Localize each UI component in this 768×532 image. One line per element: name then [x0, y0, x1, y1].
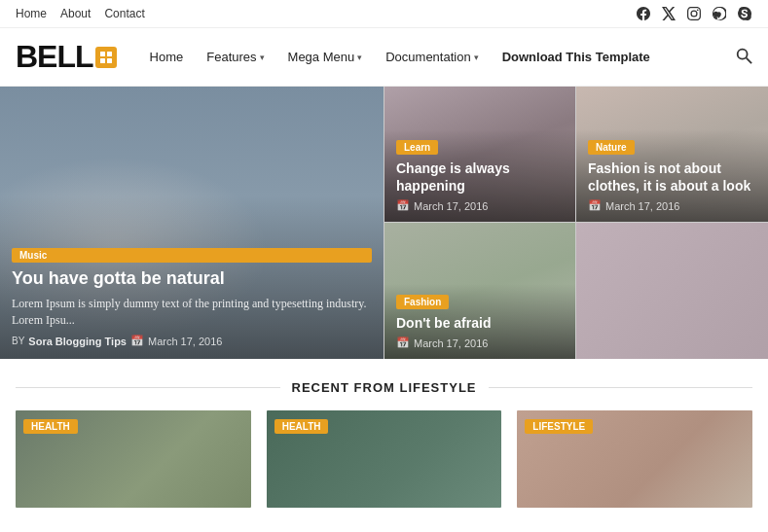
hero-top-right-meta: 📅 March 17, 2016 [396, 199, 564, 212]
topbar-about[interactable]: About [60, 7, 91, 20]
hero-main-overlay: Music You have gotta be natural Lorem Ip… [0, 87, 384, 359]
hero-mid-right-title: Fashion is not about clothes, it is abou… [588, 160, 756, 195]
hero-bottom-mid-overlay: Fashion Don't be afraid 📅 March 17, 2016 [384, 284, 575, 359]
topbar-home[interactable]: Home [16, 7, 47, 20]
calendar-icon: 📅 [130, 335, 144, 347]
hero-grid: Music You have gotta be natural Lorem Ip… [0, 87, 768, 359]
svg-rect-1 [107, 52, 112, 56]
hero-bottom-mid-title: Don't be afraid [396, 314, 564, 332]
hero-main-title: You have gotta be natural [12, 267, 372, 290]
nav-mega-menu[interactable]: Mega Menu ▾ [278, 44, 373, 70]
hero-top-right-title: Change is always happening [396, 160, 564, 195]
hero-top-right-category[interactable]: Learn [396, 140, 438, 155]
hero-main-card[interactable]: Music You have gotta be natural Lorem Ip… [0, 87, 384, 359]
svg-line-5 [747, 57, 751, 62]
recent-card-2[interactable]: HEALTH [267, 410, 502, 508]
hero-mid-right-meta: 📅 March 17, 2016 [588, 199, 756, 212]
calendar-icon-4: 📅 [396, 337, 410, 349]
recent-card-3[interactable]: LIFESTYLE [517, 410, 752, 508]
top-bar-links: Home About Contact [16, 7, 145, 20]
svg-point-4 [738, 49, 748, 58]
logo-icon [95, 47, 117, 68]
pinterest-icon[interactable] [712, 6, 727, 21]
svg-rect-2 [100, 58, 105, 63]
hero-top-right-overlay: Learn Change is always happening 📅 March… [384, 129, 575, 222]
documentation-chevron-icon: ▾ [474, 53, 479, 62]
section-title: RECENT FROM LIFESTYLE [16, 380, 752, 395]
calendar-icon-2: 📅 [396, 199, 410, 212]
hero-bottom-mid-meta: 📅 March 17, 2016 [396, 337, 564, 349]
recent-grid: HEALTH HEALTH LIFESTYLE [16, 410, 752, 508]
features-chevron-icon: ▾ [260, 53, 265, 62]
calendar-icon-3: 📅 [588, 199, 602, 212]
search-icon[interactable] [735, 47, 752, 68]
recent-card-1-category[interactable]: HEALTH [23, 419, 78, 434]
svg-rect-3 [107, 58, 112, 63]
logo-text: BELL [16, 39, 93, 75]
recent-card-1[interactable]: HEALTH [16, 410, 251, 508]
main-nav: BELL Home Features ▾ Mega Menu ▾ Documen… [0, 28, 768, 87]
hero-bottom-right-card[interactable] [576, 223, 768, 359]
nav-links: Home Features ▾ Mega Menu ▾ Documentatio… [140, 44, 752, 70]
hero-main-excerpt: Lorem Ipsum is simply dummy text of the … [12, 296, 372, 329]
hero-mid-right-overlay: Nature Fashion is not about clothes, it … [576, 129, 768, 222]
x-twitter-icon[interactable] [661, 6, 677, 21]
facebook-icon[interactable] [636, 6, 651, 21]
mega-menu-chevron-icon: ▾ [357, 53, 362, 62]
nav-features[interactable]: Features ▾ [197, 44, 274, 70]
hero-mid-right-card[interactable]: Nature Fashion is not about clothes, it … [576, 87, 768, 223]
top-bar: Home About Contact [0, 0, 768, 28]
hero-bottom-mid-card[interactable]: Fashion Don't be afraid 📅 March 17, 2016 [384, 223, 576, 359]
topbar-contact[interactable]: Contact [104, 7, 144, 20]
nav-home[interactable]: Home [140, 44, 194, 70]
hero-mid-right-category[interactable]: Nature [588, 140, 635, 155]
logo[interactable]: BELL [16, 39, 117, 75]
nav-documentation[interactable]: Documentation ▾ [376, 44, 488, 70]
hero-main-meta: BY Sora Blogging Tips 📅 March 17, 2016 [12, 335, 372, 347]
recent-section: RECENT FROM LIFESTYLE HEALTH HEALTH LIFE… [0, 359, 768, 523]
instagram-icon[interactable] [686, 6, 702, 21]
hero-main-category[interactable]: Music [12, 248, 372, 263]
skype-icon[interactable] [737, 6, 752, 21]
hero-bottom-mid-category[interactable]: Fashion [396, 295, 449, 309]
recent-card-3-category[interactable]: LIFESTYLE [525, 419, 593, 434]
svg-rect-0 [100, 52, 105, 56]
recent-card-2-category[interactable]: HEALTH [274, 419, 329, 434]
hero-top-right-card[interactable]: Learn Change is always happening 📅 March… [384, 87, 576, 223]
nav-download[interactable]: Download This Template [493, 44, 660, 70]
social-icons [636, 6, 752, 21]
